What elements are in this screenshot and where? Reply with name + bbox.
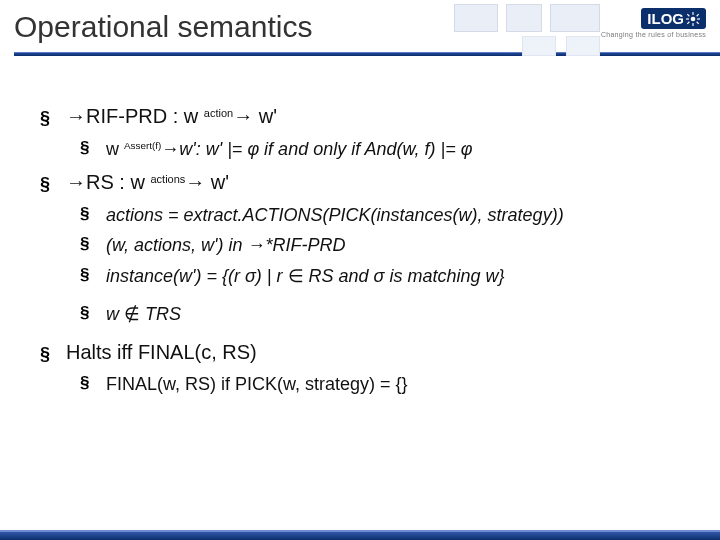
bullet-icon: §: [80, 373, 92, 393]
svg-point-0: [691, 16, 696, 21]
bullet-text: (w, actions, w') in →*RIF-PRD: [106, 234, 345, 257]
text-fragment: →RIF-PRD : w: [66, 105, 204, 127]
brand-badge: ILOG: [641, 8, 706, 29]
gear-icon: [686, 12, 700, 26]
bullet-rs-actions: § actions = extract.ACTIONS(PICK(instanc…: [80, 204, 694, 227]
svg-rect-2: [692, 23, 693, 26]
bullet-icon: §: [40, 343, 52, 366]
svg-rect-3: [686, 18, 689, 19]
text-fragment: w: [106, 139, 124, 159]
content: § →RIF-PRD : w action→ w' § w Assert(f)→…: [0, 72, 720, 396]
bullet-icon: §: [40, 173, 52, 196]
footer-bar: [0, 532, 720, 540]
bullet-halts: § Halts iff FINAL(c, RS): [40, 340, 694, 366]
bullet-icon: §: [40, 107, 52, 130]
bullet-rs-trs: § w ∉ TRS: [80, 303, 694, 326]
svg-rect-4: [697, 18, 700, 19]
brand-logo: ILOG Changing the rules of business: [601, 8, 706, 38]
text-fragment: w': [205, 171, 229, 193]
bullet-icon: §: [80, 204, 92, 224]
svg-rect-6: [696, 21, 699, 24]
bullet-rif-prd-assert: § w Assert(f)→w': w' |= φ if and only if…: [80, 138, 694, 161]
header-decoration: [454, 4, 600, 32]
header-decoration: [522, 36, 600, 56]
bullet-text: instance(w') = {(r σ) | r ∈ RS and σ is …: [106, 265, 504, 288]
text-fragment: →: [233, 105, 253, 127]
bullet-icon: §: [80, 234, 92, 254]
deco-square: [506, 4, 542, 32]
brand-text: ILOG: [647, 10, 684, 27]
deco-square: [522, 36, 556, 56]
bullet-icon: §: [80, 138, 92, 158]
text-fragment: w: [106, 304, 124, 324]
header: ILOG Changing the rules of business Oper…: [0, 0, 720, 72]
text-fragment: And(w, f): [365, 139, 436, 159]
text-fragment: ∈: [288, 266, 304, 286]
superscript: actions: [150, 173, 185, 185]
text-fragment: →: [185, 171, 205, 193]
brand-tagline: Changing the rules of business: [601, 31, 706, 38]
text-fragment: →RS : w: [66, 171, 150, 193]
text-fragment: w': [253, 105, 277, 127]
text-fragment: ∉: [124, 304, 140, 324]
bullet-text: FINAL(w, RS) if PICK(w, strategy) = {}: [106, 373, 408, 396]
bullet-text: w Assert(f)→w': w' |= φ if and only if A…: [106, 138, 472, 161]
text-fragment: w': w' |= φ if and only if: [179, 139, 364, 159]
svg-rect-1: [692, 12, 693, 15]
bullet-rs-in: § (w, actions, w') in →*RIF-PRD: [80, 234, 694, 257]
deco-square: [550, 4, 600, 32]
bullet-icon: §: [80, 265, 92, 285]
bullet-rs-instance: § instance(w') = {(r σ) | r ∈ RS and σ i…: [80, 265, 694, 288]
text-fragment: →*RIF-PRD: [247, 235, 345, 255]
bullet-text: Halts iff FINAL(c, RS): [66, 340, 257, 365]
superscript: action: [204, 107, 233, 119]
svg-rect-8: [696, 13, 699, 16]
bullet-halts-final: § FINAL(w, RS) if PICK(w, strategy) = {}: [80, 373, 694, 396]
bullet-text: →RIF-PRD : w action→ w': [66, 104, 277, 129]
text-fragment: instance(w') = {(r σ) | r: [106, 266, 288, 286]
bullet-text: →RS : w actions→ w': [66, 170, 229, 195]
superscript: Assert(f): [124, 140, 161, 151]
svg-rect-5: [687, 13, 690, 16]
slide: { "header": { "title": "Operational sema…: [0, 0, 720, 540]
deco-square: [454, 4, 498, 32]
bullet-icon: §: [80, 303, 92, 323]
text-fragment: |= φ: [436, 139, 473, 159]
text-fragment: →: [161, 139, 179, 159]
header-divider: [14, 52, 720, 56]
text-fragment: (w, actions, w') in: [106, 235, 247, 255]
text-fragment: TRS: [140, 304, 181, 324]
deco-square: [566, 36, 600, 56]
svg-rect-7: [687, 21, 690, 24]
bullet-text: actions = extract.ACTIONS(PICK(instances…: [106, 204, 564, 227]
bullet-text: w ∉ TRS: [106, 303, 181, 326]
bullet-rs: § →RS : w actions→ w': [40, 170, 694, 196]
text-fragment: RS and σ is matching w}: [304, 266, 505, 286]
bullet-rif-prd: § →RIF-PRD : w action→ w': [40, 104, 694, 130]
